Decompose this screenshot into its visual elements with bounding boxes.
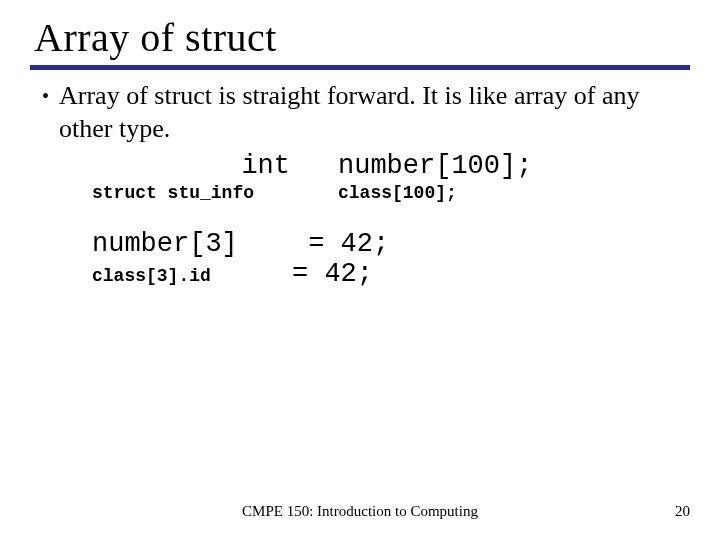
assign1-lhs: number[3] <box>92 229 292 259</box>
decl1-rest: number[100]; <box>338 151 532 181</box>
decl2-rest: class[100]; <box>338 183 457 203</box>
page-number: 20 <box>675 503 690 520</box>
spacer <box>68 205 690 229</box>
assign2-rhs: = 42; <box>292 259 373 289</box>
code-line-3: number[3] = 42; <box>92 229 690 259</box>
decl2-type: struct stu_info <box>68 183 338 203</box>
bullet-dot: • <box>42 80 49 112</box>
bullet-text: Array of struct is straight forward. It … <box>59 80 690 145</box>
assign1-rhs: = 42; <box>308 229 389 259</box>
code-line-1: int number[100]; <box>68 151 690 181</box>
footer-text: CMPE 150: Introduction to Computing <box>242 503 478 520</box>
code-block: int number[100]; struct stu_info class[1… <box>68 151 690 289</box>
code-line-2: struct stu_info class[100]; <box>68 183 690 203</box>
footer: CMPE 150: Introduction to Computing <box>0 503 720 520</box>
slide-title: Array of struct <box>34 14 690 61</box>
decl1-type: int <box>68 151 338 181</box>
slide: Array of struct • Array of struct is str… <box>0 0 720 540</box>
title-rule <box>30 65 690 70</box>
code-line-4: class[3].id = 42; <box>92 259 690 289</box>
assign2-lhs: class[3].id <box>92 266 292 286</box>
bullet-item: • Array of struct is straight forward. I… <box>40 80 690 145</box>
slide-content: • Array of struct is straight forward. I… <box>30 80 690 289</box>
